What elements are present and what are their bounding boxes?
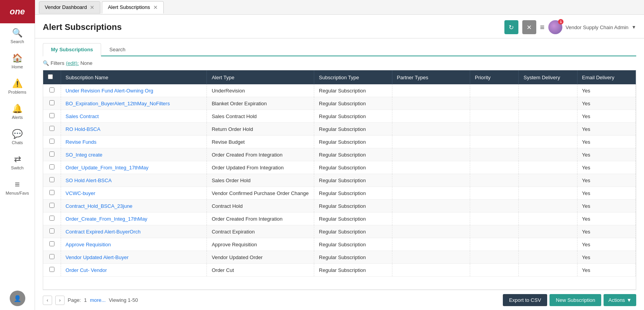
- sidebar-item-home[interactable]: 🏠 Home: [0, 49, 35, 74]
- sidebar: one 🔍 Search 🏠 Home ⚠️ Problems 🔔 Alerts…: [0, 0, 35, 310]
- subscription-name-link[interactable]: Under Revision Fund Alert-Owning Org: [66, 88, 153, 94]
- row-checkbox-cell: [43, 97, 61, 110]
- subscriptions-table: Subscription Name Alert Type Subscriptio…: [43, 70, 636, 277]
- sidebar-item-switch[interactable]: ⇄ Switch: [0, 150, 35, 175]
- subscription-name-link[interactable]: Vendor Updated Alert-Buyer: [66, 254, 129, 260]
- row-subscription-type: Regular Subscription: [314, 187, 392, 200]
- row-checkbox[interactable]: [49, 152, 54, 157]
- app-logo[interactable]: one: [0, 0, 35, 23]
- row-priority: [470, 97, 518, 110]
- row-partner-types: [392, 225, 470, 238]
- actions-button[interactable]: Actions ▼: [604, 294, 636, 306]
- tab-vendor-dashboard[interactable]: Vendor Dashboard ✕: [39, 1, 100, 14]
- row-checkbox-cell: [43, 212, 61, 225]
- next-page-button[interactable]: ›: [55, 296, 65, 305]
- more-pages-link[interactable]: more...: [90, 297, 105, 303]
- row-checkbox-cell: [43, 174, 61, 187]
- row-checkbox-cell: [43, 148, 61, 161]
- filter-label: Filters: [51, 60, 64, 66]
- row-checkbox[interactable]: [49, 190, 54, 195]
- subscription-name-link[interactable]: Contract Expired Alert-BuyerOrch: [66, 229, 141, 235]
- select-all-checkbox[interactable]: [48, 74, 53, 79]
- row-email-delivery: Yes: [577, 238, 635, 251]
- row-subscription-name: RO Hold-BSCA: [61, 123, 207, 136]
- tab-search[interactable]: Search: [101, 43, 133, 56]
- subscription-name-link[interactable]: Sales Contract: [66, 113, 99, 119]
- tab-close-alert-subscriptions[interactable]: ✕: [153, 4, 158, 10]
- row-email-delivery: Yes: [577, 212, 635, 225]
- col-priority-header: Priority: [470, 70, 518, 84]
- row-checkbox[interactable]: [49, 164, 54, 169]
- actions-chevron-icon: ▼: [626, 297, 632, 303]
- close-button[interactable]: ✕: [522, 20, 536, 34]
- row-checkbox[interactable]: [49, 203, 54, 208]
- subscription-name-link[interactable]: Contract_Hold_BSCA_23june: [66, 203, 133, 209]
- row-alert-type: Sales Order Hold: [207, 174, 314, 187]
- row-system-delivery: [519, 264, 577, 277]
- export-csv-button[interactable]: Export to CSV: [503, 294, 547, 306]
- row-system-delivery: [519, 110, 577, 123]
- table-row: Order Cut- Vendor Order Cut Regular Subs…: [43, 264, 636, 277]
- row-subscription-name: VCWC-buyer: [61, 187, 207, 200]
- row-subscription-type: Regular Subscription: [314, 110, 392, 123]
- subscription-name-link[interactable]: VCWC-buyer: [66, 190, 96, 196]
- subscription-name-link[interactable]: RO Hold-BSCA: [66, 126, 101, 132]
- row-checkbox[interactable]: [49, 100, 54, 105]
- tab-my-subscriptions[interactable]: My Subscriptions: [43, 43, 101, 56]
- subscription-name-link[interactable]: Revise Funds: [66, 139, 96, 145]
- sidebar-item-chats[interactable]: 💬 Chats: [0, 124, 35, 150]
- row-subscription-type: Regular Subscription: [314, 136, 392, 148]
- refresh-button[interactable]: ↻: [504, 20, 518, 34]
- row-priority: [470, 123, 518, 136]
- tab-close-vendor-dashboard[interactable]: ✕: [90, 4, 94, 10]
- row-checkbox[interactable]: [49, 267, 54, 272]
- filter-edit-link[interactable]: (edit):: [66, 60, 79, 66]
- row-subscription-name: Vendor Updated Alert-Buyer: [61, 251, 207, 264]
- row-priority: [470, 238, 518, 251]
- sidebar-user-avatar[interactable]: 👤: [10, 291, 25, 306]
- prev-page-button[interactable]: ‹: [43, 296, 52, 305]
- subscription-name-link[interactable]: Order_Update_From_Integ_17thMay: [66, 165, 149, 171]
- row-subscription-name: BO_Expiration_BuyerAlert_12thMay_NoFilte…: [61, 97, 207, 110]
- tab-alert-subscriptions[interactable]: Alert Subscriptions ✕: [102, 1, 163, 14]
- row-alert-type: Contract Expiration: [207, 225, 314, 238]
- menus-icon: ≡: [15, 179, 20, 190]
- subscription-name-link[interactable]: BO_Expiration_BuyerAlert_12thMay_NoFilte…: [66, 101, 170, 106]
- row-subscription-type: Regular Subscription: [314, 264, 392, 277]
- subscription-name-link[interactable]: Order Cut- Vendor: [66, 267, 107, 273]
- menu-button[interactable]: ≡: [540, 23, 545, 32]
- row-checkbox[interactable]: [49, 113, 54, 118]
- row-checkbox[interactable]: [49, 87, 54, 92]
- row-alert-type: Order Updated From Integration: [207, 161, 314, 174]
- problems-icon: ⚠️: [12, 78, 23, 89]
- row-checkbox[interactable]: [49, 177, 54, 182]
- row-system-delivery: [519, 97, 577, 110]
- sidebar-item-alerts[interactable]: 🔔 Alerts: [0, 99, 35, 124]
- row-checkbox[interactable]: [49, 139, 54, 144]
- subscription-name-link[interactable]: SO_Integ create: [66, 152, 103, 158]
- row-subscription-type: Regular Subscription: [314, 225, 392, 238]
- subscription-name-link[interactable]: Order_Create_From_Integ_17thMay: [66, 216, 147, 222]
- row-checkbox[interactable]: [49, 126, 54, 131]
- sidebar-item-search[interactable]: 🔍 Search: [0, 23, 35, 49]
- user-avatar[interactable]: 1: [548, 20, 562, 34]
- row-checkbox-cell: [43, 238, 61, 251]
- row-priority: [470, 212, 518, 225]
- row-email-delivery: Yes: [577, 136, 635, 148]
- subscription-name-link[interactable]: SO Hold Alert-BSCA: [66, 178, 112, 183]
- page-number: 1: [84, 297, 87, 303]
- sidebar-item-problems[interactable]: ⚠️ Problems: [0, 74, 35, 99]
- row-alert-type: Approve Requisition: [207, 238, 314, 251]
- subscription-name-link[interactable]: Approve Requisition: [66, 242, 111, 247]
- row-checkbox[interactable]: [49, 254, 54, 259]
- table-row: Approve Requisition Approve Requisition …: [43, 238, 636, 251]
- user-dropdown-button[interactable]: ▼: [632, 24, 636, 30]
- row-checkbox[interactable]: [49, 228, 54, 233]
- new-subscription-button[interactable]: New Subscription: [550, 294, 601, 306]
- col-system-delivery-header: System Delivery: [519, 70, 577, 84]
- table-header: Subscription Name Alert Type Subscriptio…: [43, 70, 636, 84]
- sidebar-item-menus[interactable]: ≡ Menus/Favs: [0, 175, 35, 200]
- row-partner-types: [392, 187, 470, 200]
- row-checkbox[interactable]: [49, 241, 54, 246]
- row-checkbox[interactable]: [49, 216, 54, 221]
